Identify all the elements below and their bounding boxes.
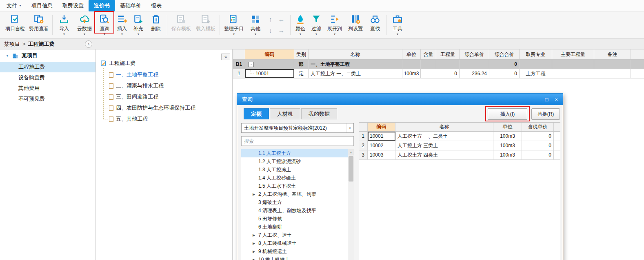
tree-node-farmland-protection[interactable]: 四、农田防护与生态环境保持工程 [103,104,195,112]
menu-reports[interactable]: 报表 [146,0,167,11]
menu-fee-settings[interactable]: 取费设置 [58,0,89,11]
main-quantity-cell[interactable] [552,69,594,78]
expand-arrow-icon[interactable]: ▶ [253,258,258,260]
tree-scrollbar[interactable]: ▲ [348,149,354,260]
quota-tree-item[interactable]: 6 土地翻耕 [241,223,348,231]
tree-node-land-leveling[interactable]: 一、土地平整工程 [103,71,158,79]
column-header-unit-price[interactable]: 综合单价 [460,49,489,59]
toolbar-button-column-settings[interactable]: 列设置 [345,11,366,38]
code-cell-selected[interactable]: 10001 [245,69,294,78]
replace-button[interactable]: 替换(R) [531,108,560,120]
column-header-quantity[interactable]: 工程量 [436,49,460,59]
quota-standard-select[interactable]: 土地开发整理项目预算定额标准(2012) ▼ [241,123,354,133]
insert-button[interactable]: 插入(I) [488,108,527,120]
category-cell[interactable]: 部 [294,60,309,69]
table-row-section-b1[interactable]: B1 - 部 一、土地平整工程 0 [233,60,644,69]
tree-root-node[interactable]: 工程施工费 [100,59,135,67]
select-caret-icon[interactable]: ▼ [346,123,353,132]
unit-price-cell[interactable] [460,60,489,69]
name-cell[interactable]: 人工挖土方 三类土 [395,141,493,150]
taxed-price-cell[interactable]: 0 [522,150,554,159]
tree-node-field-roads[interactable]: 三、田间道路工程 [103,93,158,101]
row-header[interactable]: 3 [359,150,368,159]
quota-tree-item-expandable[interactable]: ▶7 人工挖、运土 [241,231,348,239]
column-header-code[interactable]: 编码 [245,49,294,59]
move-up-button[interactable]: ↑ [269,16,272,23]
expander-icon[interactable]: ▼ [6,54,9,58]
search-input[interactable] [241,136,354,146]
expand-arrow-icon[interactable]: ▶ [253,250,258,253]
toolbar-button-cloud-data[interactable]: 云数据 ▼ [74,11,95,38]
toolbar-button-cost-view[interactable]: 费用查看 [27,11,51,38]
expand-arrow-icon[interactable]: ▶ [253,233,258,237]
row-header[interactable]: 2 [359,141,368,150]
column-header-category[interactable]: 类别 [294,49,309,59]
quota-tree-item[interactable]: 1.3 人工挖冻土 [241,166,348,174]
toolbar-button-organize-subitems[interactable]: 整理子目 ▼ [222,11,246,38]
toolbar-button-other[interactable]: 其他 ▼ [246,11,265,38]
row-header[interactable]: 1 [233,69,245,78]
sidebar-collapse-button[interactable]: ∧ [85,40,92,48]
unit-cell[interactable]: 100m3 [402,69,421,78]
sidebar-item-other-cost[interactable]: 其他费用 [0,83,95,94]
code-cell[interactable]: - [245,60,294,69]
menu-base-price[interactable]: 基础单价 [115,0,146,11]
column-header-content[interactable]: 含量 [421,49,436,59]
quota-tree-item-expandable[interactable]: ▶10 推土机推土 [241,256,348,260]
result-row-3[interactable]: 3 10003 人工挖土方 四类土 100m3 0 [359,150,560,160]
sidebar-item-equipment-cost[interactable]: 设备购置费 [0,72,95,83]
name-cell[interactable]: 人工挖土方 一、二类土 [395,132,493,141]
code-cell[interactable]: 10002 [368,141,395,150]
dialog-titlebar[interactable]: 查询 □ × [237,94,563,105]
result-row-2[interactable]: 2 10002 人工挖土方 三类土 100m3 0 [359,141,560,150]
close-button[interactable]: × [555,96,558,103]
tab-my-data[interactable]: 我的数据 [301,108,337,119]
toolbar-button-import[interactable]: 导入 ▼ [54,11,74,38]
unit-cell[interactable]: 100m3 [493,132,522,141]
quota-tree-item[interactable]: 4 清理表土、削放坡及找平 [241,206,348,215]
quota-tree-item[interactable]: 5 田埂修筑 [241,215,348,223]
toolbar-button-supplement[interactable]: 补充 ▼ [130,11,147,38]
menu-pricing-book[interactable]: 造价书 [89,0,115,11]
row-header[interactable]: 1 [359,132,368,141]
quota-tree-item[interactable]: 1.1 人工挖土方 [241,149,348,157]
toolbar-button-insert[interactable]: 插入 ▼ [114,11,130,38]
content-cell[interactable] [421,69,436,78]
column-header-main-quantity[interactable]: 主要工程量 [552,49,594,59]
toolbar-button-query[interactable]: 查询 ▼ [95,11,114,38]
tree-node-other-works[interactable]: 五、其他工程 [103,115,148,123]
tree-node-irrigation-drainage[interactable]: 二、灌溉与排水工程 [103,82,164,90]
quantity-cell[interactable]: 0 [436,69,460,78]
menu-file[interactable]: 文件 ▼ [2,0,27,11]
scrollbar-thumb[interactable] [349,156,353,182]
toolbar-button-delete[interactable]: 删除 [147,11,165,38]
scroll-up-icon[interactable]: ▲ [348,149,354,155]
column-header-unit[interactable]: 单位 [493,123,522,131]
toolbar-button-project-self-check[interactable]: 项目自检 [3,11,27,38]
result-row-1[interactable]: 1 10001 人工挖土方 一、二类土 100m3 0 [359,132,560,141]
unit-cell[interactable]: 100m3 [493,141,522,150]
unit-cell[interactable]: 100m3 [493,150,522,159]
sidebar-root-project[interactable]: ▼ 某项目 [0,49,95,62]
toolbar-button-filter[interactable]: 过滤 ▼ [309,11,324,38]
sidebar-item-construction-cost[interactable]: 工程施工费 [0,62,95,72]
breadcrumb-project[interactable]: 某项目 [4,40,20,48]
quantity-cell[interactable] [436,60,460,69]
content-cell[interactable] [421,60,436,69]
unit-price-cell[interactable]: 236.24 [460,69,489,78]
name-cell[interactable]: 人工挖土方 四类土 [395,150,493,159]
sidebar-item-contingency-cost[interactable]: 不可预见费 [0,94,95,104]
code-cell-selected[interactable]: 10001 [368,132,395,141]
note-cell[interactable] [594,69,631,78]
toolbar-button-tools[interactable]: 工具 ▼ [388,11,407,38]
expand-arrow-icon[interactable]: ▶ [253,193,258,196]
quota-tree-item-expandable[interactable]: ▶2 人工挖沟槽、基坑、沟渠 [241,190,348,198]
fee-profession-cell[interactable]: 土方工程 [520,69,552,78]
toolbar-button-save-template[interactable]: 保存模板 [169,11,193,38]
quota-tree-item[interactable]: 1.5 人工水下挖土 [241,182,348,190]
table-row-item-1[interactable]: 1 10001 定 人工挖土方 一、二类土 100m3 0 236.24 0 土… [233,69,644,78]
category-cell[interactable]: 定 [294,69,309,78]
row-header[interactable]: B1 [233,60,245,69]
column-header-taxed-price[interactable]: 含税单价 [522,123,554,131]
code-cell[interactable]: 10003 [368,150,395,159]
